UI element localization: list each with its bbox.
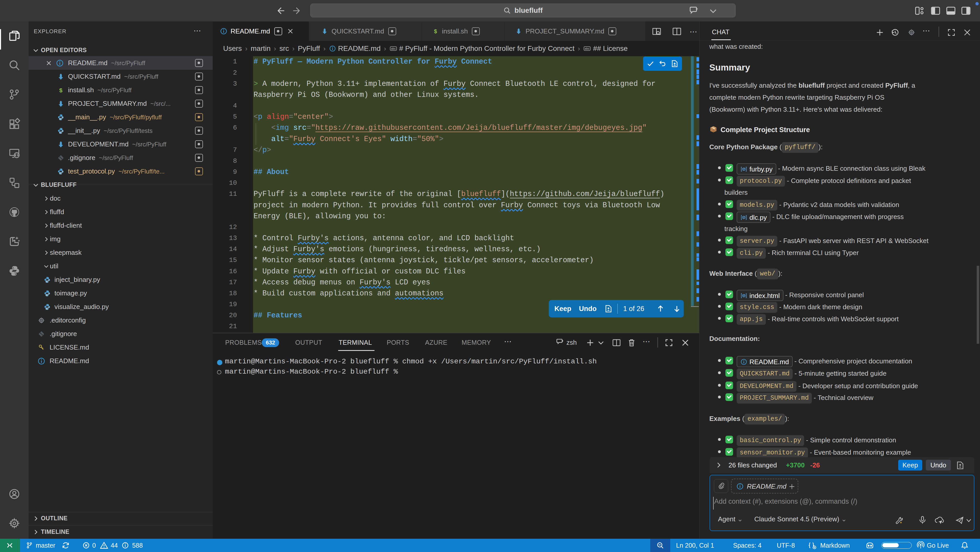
svg-text:!: !: [902, 522, 902, 524]
